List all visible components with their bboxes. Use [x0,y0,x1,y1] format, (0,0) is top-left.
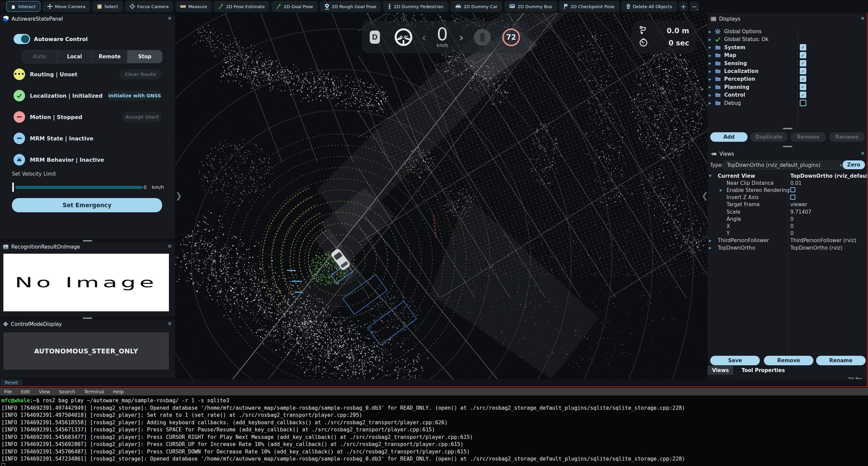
terminal-menu-view[interactable]: View [39,389,50,394]
displays-row-perception[interactable]: ▶Perception [708,75,868,83]
duplicate-display-button[interactable]: Duplicate [750,132,788,142]
prop-checkbox[interactable] [790,195,795,200]
toolbar-drag-handle[interactable] [1,2,4,11]
rename-display-button[interactable]: Rename [829,132,865,142]
prop-value[interactable]: 0 [790,223,794,229]
prop-value[interactable]: 9.71407 [790,209,811,215]
tool-focus-camera[interactable]: Focus Camera [125,1,173,12]
reset-button[interactable]: Reset [1,379,22,386]
tool-2d-dummy-pedestrian[interactable]: 2D Dummy Pedestrian [383,1,448,12]
tool-2d-pose-estimate[interactable]: 2D Pose Estimate [214,1,269,12]
set-emergency-button[interactable]: Set Emergency [12,198,162,212]
autoware-state-panel-titlebar[interactable]: AutowareStatePanel × [0,14,175,23]
autoware-control-toggle[interactable] [14,34,30,44]
expand-arrow-icon[interactable]: ▶ [708,61,712,65]
terminal-menu-file[interactable]: File [4,389,12,394]
mode-stop[interactable]: Stop [127,50,162,63]
accept-start-button[interactable]: Accept Start [122,112,162,122]
3d-viewport[interactable]: D -0.0° ‹ 0 km/h › 72 [175,13,708,379]
tool-2d-dummy-car[interactable]: 2D Dummy Car [450,1,502,12]
prop-value[interactable]: TopDownOrtho (rviz) [790,245,843,251]
tool-2d-rough-goal-pose[interactable]: 2D Rough Goal Pose [320,1,381,12]
expand-arrow-icon[interactable]: ▶ [708,30,712,34]
expand-arrow-icon[interactable]: ▶ [708,70,712,73]
panel-splitter-handle[interactable] [83,317,92,319]
prop-checkbox[interactable] [790,187,795,192]
tool-select[interactable]: Select [92,1,123,12]
panel-splitter-handle[interactable] [783,146,792,147]
displays-row-debug[interactable]: ▶Debug [708,99,868,107]
displays-row-global-options[interactable]: ▶Global Options [708,28,868,35]
tool-2d-checkpoint-pose[interactable]: 2D Checkpoint Pose [559,1,619,12]
displays-row-map[interactable]: ▶Map [708,52,868,59]
close-icon[interactable]: × [168,321,172,326]
prop-value[interactable]: 0.01 [790,180,802,186]
expand-arrow-icon[interactable]: ▼ [709,174,712,178]
display-checkbox[interactable]: ✓ [800,60,806,66]
expand-arrow-icon[interactable]: ▶ [709,246,712,250]
save-view-button[interactable]: Save [710,356,760,365]
panel-splitter-handle[interactable] [83,240,92,241]
tool-interact[interactable]: Interact [6,1,40,12]
display-checkbox[interactable]: ✓ [800,76,806,82]
views-panel-titlebar[interactable]: Views × [708,149,868,158]
displays-row-sensing[interactable]: ▶Sensing [708,60,868,67]
terminal-menu-help[interactable]: Help [113,389,124,394]
initialize-with-gnss-button[interactable]: Initialize with GNSS [108,91,162,101]
recognition-panel-titlebar[interactable]: RecognitionResultOnImage × [0,242,175,251]
prop-value[interactable]: 0 [790,216,794,222]
add-tool-button[interactable]: + [679,2,688,11]
panel-splitter-handle[interactable] [783,128,792,129]
display-checkbox[interactable]: ✓ [800,92,806,98]
tool-2d-dummy-bus[interactable]: 2D Dummy Bus [504,1,557,12]
expand-arrow-icon[interactable]: ▶ [708,45,712,49]
prop-value[interactable]: 0 [790,230,794,236]
remove-display-button[interactable]: Remove [790,132,826,142]
terminal-menu-terminal[interactable]: Terminal [84,389,104,394]
close-icon[interactable]: × [861,151,865,156]
display-checkbox[interactable]: ✓ [800,52,806,58]
displays-row-global-status-ok[interactable]: ▶Global Status: Ok [708,36,868,43]
tool-delete-all-objects[interactable]: Delete All Objects [621,1,677,12]
display-checkbox[interactable] [800,100,806,106]
expand-arrow-icon[interactable]: ▶ [708,85,712,89]
tool-2d-goal-pose[interactable]: 2D Goal Pose [271,1,317,12]
tool-move-camera[interactable]: Move Camera [42,1,90,12]
tool-measure[interactable]: Measure [175,1,212,12]
displays-row-planning[interactable]: ▶Planning [708,83,868,91]
terminal-menu-search[interactable]: Search [59,389,75,394]
velocity-slider-handle[interactable] [12,182,14,192]
display-checkbox[interactable]: ✓ [800,84,806,90]
displays-row-localization[interactable]: ▶Localization [708,67,868,75]
prop-value[interactable]: ThirdPersonFollower (rviz) [790,237,856,244]
expand-arrow-icon[interactable]: ▶ [708,101,712,105]
close-icon[interactable]: × [168,244,172,249]
display-checkbox[interactable]: ✓ [800,44,806,51]
tab-tool-properties[interactable]: Tool Properties [736,366,790,375]
expand-arrow-icon[interactable]: ▶ [708,54,712,57]
column-divider[interactable] [788,172,788,355]
expand-arrow-icon[interactable]: ▶ [720,188,722,192]
close-icon[interactable]: × [168,16,172,21]
displays-row-control[interactable]: ▶Control [708,91,868,99]
mode-remote[interactable]: Remote [92,50,127,63]
mode-auto[interactable]: Auto [22,50,57,63]
display-checkbox[interactable]: ✓ [800,68,806,74]
expand-arrow-icon[interactable]: ▶ [708,77,712,81]
add-display-button[interactable]: Add [710,132,748,142]
velocity-slider-track[interactable] [15,186,142,189]
expand-arrow-icon[interactable]: ▶ [708,93,712,97]
terminal-menu-edit[interactable]: Edit [21,389,30,394]
tab-views[interactable]: Views [708,366,733,375]
rename-view-button[interactable]: Rename [816,356,866,365]
column-divider[interactable] [797,26,798,127]
expand-arrow-icon[interactable]: ▶ [709,239,712,242]
control-mode-titlebar[interactable]: ControlModeDisplay × [0,319,175,329]
zero-button[interactable]: Zero [843,160,865,169]
mode-local[interactable]: Local [57,50,92,63]
remove-view-button[interactable]: Remove [764,356,813,365]
prop-value[interactable]: viewer [790,201,807,208]
displays-row-system[interactable]: ▶System [708,44,868,51]
displays-panel-titlebar[interactable]: Displays × [708,14,868,23]
terminal-window[interactable]: FileEditViewSearchTerminalHelp mfc@whale… [0,387,868,466]
